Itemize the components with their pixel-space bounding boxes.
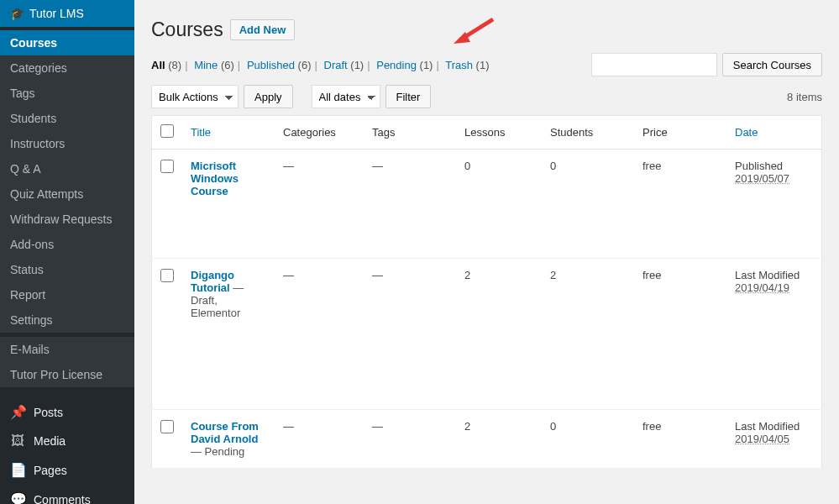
- cell-date: Published2019/05/07: [726, 150, 822, 259]
- apply-button[interactable]: Apply: [244, 85, 293, 108]
- cell-students: 0: [542, 410, 634, 469]
- sidebar-item-license[interactable]: Tutor Pro License: [0, 362, 134, 387]
- sidebar-item-report[interactable]: Report: [0, 282, 134, 307]
- filter-pending[interactable]: Pending: [376, 59, 417, 71]
- select-all-checkbox[interactable]: [160, 124, 174, 138]
- course-title-link[interactable]: Digango Tutorial: [191, 269, 234, 294]
- cell-date: Last Modified2019/04/19: [726, 259, 822, 410]
- row-checkbox[interactable]: [160, 420, 174, 433]
- sidebar-item-quiz-attempts[interactable]: Quiz Attempts: [0, 181, 134, 207]
- cell-lessons: 0: [456, 150, 542, 259]
- col-tags: Tags: [364, 116, 456, 150]
- cell-students: 2: [542, 259, 634, 410]
- pin-icon: 📌: [10, 404, 25, 420]
- status-filters: All (8)| Mine (6)| Published (6)| Draft …: [151, 59, 490, 71]
- sidebar-item-media[interactable]: 🖼Media: [0, 427, 134, 455]
- cell-tags: —: [364, 150, 456, 259]
- course-state: — Pending: [191, 445, 244, 458]
- brand-label: Tutor LMS: [29, 7, 84, 20]
- search-button[interactable]: Search Courses: [722, 53, 822, 76]
- add-new-button[interactable]: Add New: [230, 19, 296, 40]
- cell-price: free: [634, 259, 726, 410]
- cell-lessons: 2: [456, 410, 542, 469]
- date-filter-select[interactable]: All dates: [312, 85, 380, 108]
- sidebar-item-comments[interactable]: 💬Comments: [0, 485, 134, 504]
- filter-published[interactable]: Published: [247, 59, 295, 71]
- col-title[interactable]: Title: [182, 116, 275, 150]
- cell-categories: —: [275, 259, 364, 410]
- col-categories: Categories: [275, 116, 364, 150]
- cell-lessons: 2: [456, 259, 542, 410]
- sidebar-brand[interactable]: 🎓 Tutor LMS: [0, 0, 134, 27]
- row-checkbox[interactable]: [160, 160, 174, 173]
- comment-icon: 💬: [10, 491, 25, 504]
- cell-students: 0: [542, 150, 634, 259]
- page-title: Courses: [151, 18, 223, 41]
- cell-price: free: [634, 150, 726, 259]
- sidebar-item-tags[interactable]: Tags: [0, 81, 134, 106]
- sidebar-item-emails[interactable]: E-Mails: [0, 337, 134, 362]
- course-title-link[interactable]: Course From David Arnold: [191, 420, 259, 445]
- row-checkbox[interactable]: [160, 269, 174, 282]
- sidebar-item-posts[interactable]: 📌Posts: [0, 397, 134, 427]
- sidebar-submenu: Courses Categories Tags Students Instruc…: [0, 27, 134, 391]
- sidebar-item-withdraw[interactable]: Withdraw Requests: [0, 207, 134, 232]
- sidebar-item-settings[interactable]: Settings: [0, 307, 134, 333]
- sidebar-item-addons[interactable]: Add-ons: [0, 232, 134, 257]
- sidebar-item-qa[interactable]: Q & A: [0, 156, 134, 181]
- col-lessons: Lessons: [456, 116, 542, 150]
- cell-tags: —: [364, 259, 456, 410]
- filter-trash[interactable]: Trash: [445, 59, 473, 71]
- cell-categories: —: [275, 150, 364, 259]
- sidebar-item-categories[interactable]: Categories: [0, 55, 134, 81]
- admin-sidebar: 🎓 Tutor LMS Courses Categories Tags Stud…: [0, 0, 134, 504]
- course-title-link[interactable]: Micrisoft Windows Course: [191, 160, 239, 197]
- sidebar-item-courses[interactable]: Courses: [0, 30, 134, 55]
- filter-mine[interactable]: Mine: [194, 59, 218, 71]
- sidebar-item-status[interactable]: Status: [0, 257, 134, 282]
- bulk-actions-select[interactable]: Bulk Actions: [151, 85, 239, 108]
- filter-button[interactable]: Filter: [385, 85, 432, 108]
- filter-draft[interactable]: Draft: [324, 59, 348, 71]
- filter-all[interactable]: All: [151, 59, 165, 71]
- col-price: Price: [634, 116, 726, 150]
- col-students: Students: [542, 116, 634, 150]
- col-date[interactable]: Date: [726, 116, 822, 150]
- table-row: Course From David Arnold — Pending——20fr…: [152, 410, 822, 469]
- sidebar-item-instructors[interactable]: Instructors: [0, 131, 134, 156]
- sidebar-item-pages[interactable]: 📄Pages: [0, 455, 134, 485]
- media-icon: 🖼: [10, 433, 25, 449]
- items-count: 8 items: [787, 91, 822, 103]
- cell-price: free: [634, 410, 726, 469]
- graduation-cap-icon: 🎓: [10, 7, 24, 20]
- table-row: Digango Tutorial — Draft, Elementor——22f…: [152, 259, 822, 410]
- table-row: Micrisoft Windows Course——00freePublishe…: [152, 150, 822, 259]
- sidebar-main-menu: 📌Posts 🖼Media 📄Pages 💬Comments: [0, 391, 134, 504]
- cell-tags: —: [364, 410, 456, 469]
- cell-date: Last Modified2019/04/05: [726, 410, 822, 469]
- search-input[interactable]: [591, 53, 717, 76]
- courses-table: Title Categories Tags Lessons Students P…: [151, 115, 822, 469]
- page-icon: 📄: [10, 462, 25, 478]
- main-content: Courses Add New All (8)| Mine (6)| Publi…: [134, 0, 839, 504]
- sidebar-item-students[interactable]: Students: [0, 106, 134, 131]
- cell-categories: —: [275, 410, 364, 469]
